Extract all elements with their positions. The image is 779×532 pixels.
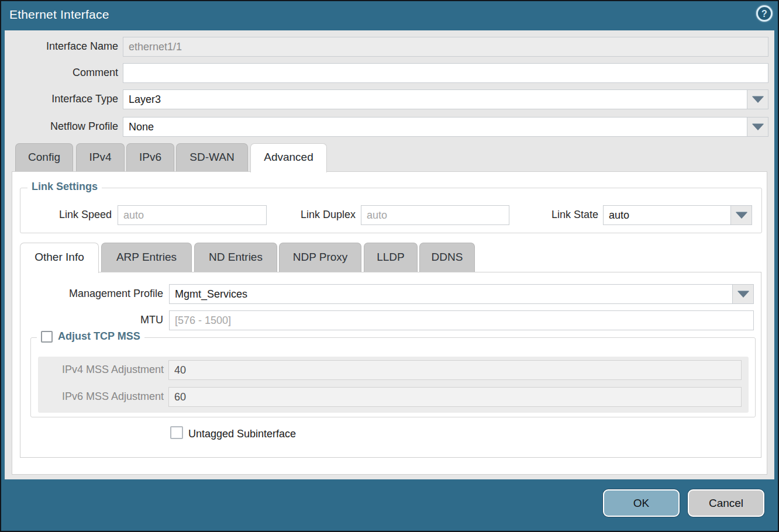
netflow-profile-combo [123, 117, 768, 137]
tab-label: IPv4 [89, 151, 111, 163]
tab-label: SD-WAN [189, 151, 234, 163]
ipv4-mss-field [168, 360, 742, 380]
mtu-label: MTU [20, 314, 163, 326]
untagged-subinterface-label: Untagged Subinterface [188, 428, 296, 440]
interface-type-combo [123, 89, 768, 109]
interface-type-label: Interface Type [5, 93, 118, 105]
management-profile-label: Management Profile [20, 288, 163, 300]
tab-sdwan[interactable]: SD-WAN [176, 143, 248, 171]
subtab-label: NDP Proxy [293, 251, 348, 263]
mtu-field[interactable] [169, 310, 754, 330]
chevron-down-icon [737, 291, 749, 298]
adjust-tcp-mss-legend: Adjust TCP MSS [37, 330, 144, 343]
comment-label: Comment [5, 67, 118, 79]
link-state-label: Link State [515, 209, 598, 221]
adjust-tcp-mss-legend-text: Adjust TCP MSS [58, 330, 140, 343]
netflow-profile-label: Netflow Profile [5, 120, 118, 133]
dialog-body: Interface Name Comment Interface Type Ne… [5, 30, 774, 479]
comment-field[interactable] [123, 63, 768, 83]
chevron-down-icon [736, 212, 747, 219]
chevron-down-icon [752, 124, 764, 130]
ipv4-mss-label: IPv4 MSS Adjustment [38, 364, 164, 376]
link-duplex-label: Link Duplex [270, 209, 356, 221]
subtab-ddns[interactable]: DDNS [419, 243, 475, 272]
subtab-ndp-proxy[interactable]: NDP Proxy [279, 243, 361, 272]
help-icon[interactable]: ? [756, 5, 773, 22]
subtab-label: LLDP [377, 251, 405, 263]
netflow-profile-value[interactable] [123, 117, 747, 137]
tab-advanced[interactable]: Advanced [250, 143, 327, 172]
advanced-tab-panel: Link Settings Link Speed Link Duplex Lin… [12, 171, 767, 475]
ok-button[interactable]: OK [603, 489, 680, 517]
tab-config[interactable]: Config [15, 143, 73, 171]
untagged-subinterface-checkbox[interactable] [170, 426, 183, 439]
ethernet-interface-dialog: Ethernet Interface ? Interface Name Comm… [0, 0, 779, 532]
tab-ipv6[interactable]: IPv6 [126, 143, 174, 171]
link-duplex-field[interactable] [361, 205, 509, 225]
management-profile-combo [169, 284, 754, 304]
link-settings-legend: Link Settings [27, 181, 102, 193]
chevron-down-icon [752, 96, 764, 103]
interface-name-label: Interface Name [5, 40, 118, 53]
link-speed-field[interactable] [118, 205, 267, 225]
subtab-label: DDNS [432, 251, 463, 263]
ipv6-mss-field [168, 387, 742, 407]
subtab-label: ND Entries [209, 251, 263, 263]
link-speed-label: Link Speed [12, 209, 112, 221]
tab-label: Config [28, 151, 60, 163]
link-state-value[interactable] [603, 205, 731, 225]
comment-row: Comment [5, 63, 774, 83]
adjust-tcp-mss-checkbox[interactable] [41, 331, 53, 343]
interface-type-value[interactable] [123, 89, 747, 109]
subtab-arp-entries[interactable]: ARP Entries [101, 243, 192, 272]
interface-name-row: Interface Name [5, 37, 774, 57]
netflow-profile-dropdown-button[interactable] [747, 117, 768, 137]
link-state-combo [603, 205, 752, 225]
link-state-dropdown-button[interactable] [731, 205, 752, 225]
adjust-tcp-mss-fieldset: Adjust TCP MSS IPv4 MSS Adjustment IPv6 … [30, 337, 756, 417]
footer-bar: OK Cancel [1, 479, 778, 531]
dialog-title: Ethernet Interface [9, 8, 109, 22]
subtab-nd-entries[interactable]: ND Entries [194, 243, 277, 272]
interface-type-dropdown-button[interactable] [747, 89, 768, 109]
subtab-other-info[interactable]: Other Info [20, 243, 99, 273]
management-profile-value[interactable] [169, 284, 733, 304]
cancel-button[interactable]: Cancel [688, 489, 764, 517]
tab-ipv4[interactable]: IPv4 [76, 143, 125, 171]
other-info-panel: Management Profile MTU Adjust TCP MSS [20, 272, 761, 458]
tab-label: IPv6 [139, 151, 161, 163]
ipv6-mss-label: IPv6 MSS Adjustment [38, 391, 164, 403]
management-profile-dropdown-button[interactable] [733, 284, 754, 304]
subtab-label: ARP Entries [116, 251, 177, 263]
netflow-profile-row: Netflow Profile [5, 117, 774, 137]
title-bar: Ethernet Interface ? [1, 1, 778, 30]
interface-type-row: Interface Type [5, 89, 774, 109]
subtab-lldp[interactable]: LLDP [364, 243, 418, 272]
subtab-label: Other Info [35, 251, 84, 263]
interface-name-field [123, 37, 768, 57]
mss-disabled-block: IPv4 MSS Adjustment IPv6 MSS Adjustment [38, 357, 749, 413]
tab-label: Advanced [264, 151, 313, 163]
